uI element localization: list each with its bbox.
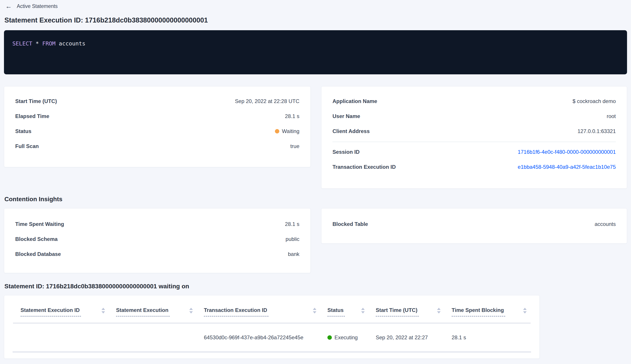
sort-arrows-icon — [523, 308, 527, 314]
full-scan-value: true — [290, 143, 300, 149]
sql-statement-box: SELECT * FROM accounts — [4, 30, 627, 74]
column-header-label: Statement Execution ID — [20, 307, 81, 316]
cell-start-time: Sep 20, 2022 at 22:27 — [376, 334, 452, 340]
sort-arrows-icon — [437, 308, 440, 314]
executing-status-dot-icon — [328, 335, 332, 340]
time-spent-waiting-label: Time Spent Waiting — [15, 221, 64, 227]
user-name-label: User Name — [332, 113, 360, 119]
blocked-schema-label: Blocked Schema — [15, 236, 58, 242]
status-text: Waiting — [282, 128, 300, 134]
cell-status: Executing — [328, 334, 376, 340]
session-id-link[interactable]: 1716b1f6-4e0c-f480-0000-000000000001 — [518, 149, 616, 155]
client-address-value: 127.0.0.1:63321 — [578, 128, 616, 134]
column-header-label: Time Spent Blocking — [452, 307, 505, 316]
page-title: Statement Execution ID: 1716b218dc0b3838… — [4, 16, 627, 24]
contention-blocked-table-card: Blocked Table accounts — [321, 208, 627, 244]
column-header-transaction-execution-id[interactable]: Transaction Execution ID — [204, 307, 328, 316]
session-overview-card: Application Name $ cockroach demo User N… — [321, 86, 627, 188]
sql-statement-text: SELECT * FROM accounts — [12, 40, 618, 47]
table-header-row: Statement Execution ID Statement Executi… — [4, 296, 540, 316]
sort-arrows-icon — [189, 308, 193, 314]
elapsed-time-row: Elapsed Time 28.1 s — [15, 113, 300, 120]
blocked-table-label: Blocked Table — [332, 221, 368, 227]
breadcrumb-label: Active Statements — [17, 3, 58, 9]
full-scan-label: Full Scan — [15, 143, 39, 149]
sort-arrows-icon — [313, 308, 316, 314]
full-scan-row: Full Scan true — [15, 143, 300, 150]
blocked-table-row: Blocked Table accounts — [332, 221, 616, 228]
time-spent-waiting-value: 28.1 s — [285, 221, 300, 227]
waiting-on-heading: Statement ID: 1716b218dc0b38380000000000… — [4, 283, 627, 290]
column-header-statement-execution-id[interactable]: Statement Execution ID — [20, 307, 116, 316]
blocked-database-label: Blocked Database — [15, 251, 61, 257]
user-name-row: User Name root — [332, 113, 616, 120]
blocked-database-value: bank — [288, 251, 300, 257]
start-time-value: Sep 20, 2022 at 22:28 UTC — [235, 98, 300, 104]
column-header-label: Status — [328, 307, 345, 316]
column-header-label: Statement Execution — [116, 307, 170, 316]
column-header-label: Start Time (UTC) — [376, 307, 419, 316]
column-header-statement-execution[interactable]: Statement Execution — [116, 307, 204, 316]
contention-cards-row: Time Spent Waiting 28.1 s Blocked Schema… — [4, 208, 627, 273]
user-name-value: root — [607, 113, 616, 119]
breadcrumb-back-link[interactable]: ← Active Statements — [5, 3, 58, 10]
statement-execution-details-page: ← Active Statements Statement Execution … — [0, 0, 631, 364]
cell-time-spent-blocking: 28.1 s — [452, 334, 530, 340]
cell-transaction-execution-id: 64530d0c-969f-437e-a9b4-26a72245e45e — [204, 334, 328, 340]
table-bottom-divider — [12, 352, 531, 352]
application-name-value: $ cockroach demo — [572, 98, 616, 104]
transaction-execution-id-label: Transaction Execution ID — [332, 164, 396, 170]
client-address-label: Client Address — [332, 128, 370, 134]
blocked-table-value: accounts — [594, 221, 616, 227]
start-time-label: Start Time (UTC) — [15, 98, 57, 104]
blocked-database-row: Blocked Database bank — [15, 251, 300, 258]
transaction-execution-id-row: Transaction Execution ID e1bba458-5948-4… — [332, 164, 616, 170]
start-time-row: Start Time (UTC) Sep 20, 2022 at 22:28 U… — [15, 98, 300, 104]
sort-arrows-icon — [361, 308, 365, 314]
transaction-execution-id-link[interactable]: e1bba458-5948-40a9-a42f-5feac1b10e75 — [518, 164, 616, 170]
sql-star-operator: * — [36, 40, 39, 47]
waiting-status-dot-icon — [275, 129, 279, 134]
blocked-schema-row: Blocked Schema public — [15, 236, 300, 242]
contention-waiting-card: Time Spent Waiting 28.1 s Blocked Schema… — [4, 208, 311, 273]
sort-arrows-icon — [102, 308, 105, 314]
column-header-time-spent-blocking[interactable]: Time Spent Blocking — [452, 307, 530, 316]
execution-overview-card: Start Time (UTC) Sep 20, 2022 at 22:28 U… — [4, 86, 311, 167]
elapsed-time-label: Elapsed Time — [15, 113, 49, 119]
table-row: 64530d0c-969f-437e-a9b4-26a72245e45e Exe… — [4, 324, 540, 352]
session-id-label: Session ID — [332, 149, 360, 155]
blocked-schema-value: public — [286, 236, 300, 242]
application-name-row: Application Name $ cockroach demo — [332, 98, 616, 104]
status-value: Waiting — [275, 128, 300, 134]
sql-keyword-select: SELECT — [12, 40, 32, 47]
column-header-status[interactable]: Status — [328, 307, 376, 316]
card-divider — [332, 142, 616, 142]
cell-status-text: Executing — [334, 334, 358, 340]
waiting-on-table: Statement Execution ID Statement Executi… — [4, 295, 540, 359]
arrow-left-icon: ← — [5, 3, 12, 10]
time-spent-waiting-row: Time Spent Waiting 28.1 s — [15, 221, 300, 228]
status-row: Status Waiting — [15, 128, 300, 134]
contention-insights-heading: Contention Insights — [4, 196, 627, 203]
session-id-row: Session ID 1716b1f6-4e0c-f480-0000-00000… — [332, 149, 616, 155]
sql-table-identifier: accounts — [59, 40, 86, 47]
overview-cards-row: Start Time (UTC) Sep 20, 2022 at 22:28 U… — [4, 86, 627, 188]
column-header-label: Transaction Execution ID — [204, 307, 268, 316]
application-name-label: Application Name — [332, 98, 377, 104]
status-label: Status — [15, 128, 31, 134]
column-header-start-time[interactable]: Start Time (UTC) — [376, 307, 452, 316]
elapsed-time-value: 28.1 s — [285, 113, 300, 119]
client-address-row: Client Address 127.0.0.1:63321 — [332, 128, 616, 134]
sql-keyword-from: FROM — [42, 40, 56, 47]
